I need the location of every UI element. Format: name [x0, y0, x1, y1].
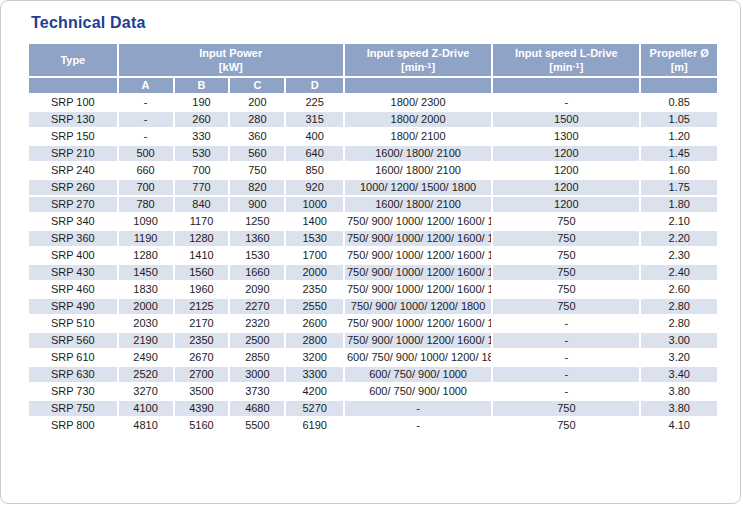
- cell-power-b: 530: [175, 146, 229, 161]
- table-row: SRP 630 2520 2700 3000 3300 600/ 750/ 90…: [29, 367, 717, 382]
- cell-power-b: 770: [175, 180, 229, 195]
- cell-l-drive-speed: 750: [493, 282, 639, 297]
- cell-power-c: 1530: [230, 248, 284, 263]
- cell-type: SRP 100: [29, 95, 117, 110]
- cell-propeller-diameter: 3.80: [641, 401, 717, 416]
- cell-z-drive-speed: 750/ 900/ 1000/ 1200/ 1600/ 1800: [345, 214, 491, 229]
- cell-power-b: 5160: [175, 418, 229, 433]
- cell-power-d: 1400: [286, 214, 343, 229]
- col-header-propeller: Propeller Ø [m]: [641, 44, 717, 76]
- cell-z-drive-speed: 750/ 900/ 1000/ 1200/ 1600/ 1800: [345, 282, 491, 297]
- cell-power-b: 260: [175, 112, 229, 127]
- cell-z-drive-speed: 750/ 900/ 1000/ 1200/ 1600/ 1800: [345, 316, 491, 331]
- cell-l-drive-speed: 750: [493, 418, 639, 433]
- cell-z-drive-speed: -: [345, 418, 491, 433]
- table-row: SRP 560 2190 2350 2500 2800 750/ 900/ 10…: [29, 333, 717, 348]
- cell-power-d: 3300: [286, 367, 343, 382]
- col-header-z-drive: Input speed Z-Drive [min-1]: [345, 44, 491, 76]
- cell-propeller-diameter: 1.05: [641, 112, 717, 127]
- cell-z-drive-speed: 1600/ 1800/ 2100: [345, 163, 491, 178]
- table-header: Type Input Power [kW] Input speed Z-Driv…: [29, 44, 717, 93]
- cell-power-a: 1190: [119, 231, 173, 246]
- cell-l-drive-speed: 750: [493, 214, 639, 229]
- cell-z-drive-speed: 750/ 900/ 1000/ 1200/ 1600/ 1800: [345, 333, 491, 348]
- subheader-col-d: D: [286, 78, 343, 93]
- cell-power-c: 750: [230, 163, 284, 178]
- cell-power-d: 4200: [286, 384, 343, 399]
- table-row: SRP 270 780 840 900 1000 1600/ 1800/ 210…: [29, 197, 717, 212]
- cell-type: SRP 210: [29, 146, 117, 161]
- cell-power-a: 500: [119, 146, 173, 161]
- cell-power-a: 4100: [119, 401, 173, 416]
- subheader-col-b: B: [175, 78, 229, 93]
- cell-z-drive-speed: 1000/ 1200/ 1500/ 1800: [345, 180, 491, 195]
- cell-power-a: 1280: [119, 248, 173, 263]
- header-row-sub: A B C D: [29, 78, 717, 93]
- cell-l-drive-speed: 1200: [493, 163, 639, 178]
- cell-z-drive-speed: 1800/ 2100: [345, 129, 491, 144]
- cell-l-drive-speed: -: [493, 384, 639, 399]
- cell-propeller-diameter: 1.60: [641, 163, 717, 178]
- cell-power-a: 1450: [119, 265, 173, 280]
- cell-propeller-diameter: 1.45: [641, 146, 717, 161]
- table-row: SRP 490 2000 2125 2270 2550 750/ 900/ 10…: [29, 299, 717, 314]
- cell-power-a: 2190: [119, 333, 173, 348]
- cell-power-c: 1660: [230, 265, 284, 280]
- table-row: SRP 750 4100 4390 4680 5270 - 750 3.80: [29, 401, 717, 416]
- cell-power-a: 700: [119, 180, 173, 195]
- type-label: Type: [60, 54, 85, 66]
- cell-power-b: 700: [175, 163, 229, 178]
- cell-type: SRP 360: [29, 231, 117, 246]
- cell-type: SRP 490: [29, 299, 117, 314]
- table-row: SRP 510 2030 2170 2320 2600 750/ 900/ 10…: [29, 316, 717, 331]
- cell-power-b: 330: [175, 129, 229, 144]
- page-title: Technical Data: [31, 14, 740, 32]
- cell-propeller-diameter: 3.40: [641, 367, 717, 382]
- cell-l-drive-speed: 750: [493, 265, 639, 280]
- table-row: SRP 100 - 190 200 225 1800/ 2300 - 0.85: [29, 95, 717, 110]
- header-row-main: Type Input Power [kW] Input speed Z-Driv…: [29, 44, 717, 76]
- cell-z-drive-speed: 750/ 900/ 1000/ 1200/ 1600/ 1800: [345, 265, 491, 280]
- page-frame: Technical Data Type Input Power [kW]: [0, 0, 741, 504]
- cell-power-c: 200: [230, 95, 284, 110]
- cell-z-drive-speed: 600/ 750/ 900/ 1000: [345, 384, 491, 399]
- cell-power-d: 2550: [286, 299, 343, 314]
- cell-power-b: 1170: [175, 214, 229, 229]
- subheader-col-a: A: [119, 78, 173, 93]
- cell-power-c: 900: [230, 197, 284, 212]
- col-header-type: Type: [29, 44, 117, 76]
- cell-type: SRP 750: [29, 401, 117, 416]
- cell-l-drive-speed: -: [493, 367, 639, 382]
- cell-power-b: 1410: [175, 248, 229, 263]
- cell-type: SRP 150: [29, 129, 117, 144]
- cell-power-d: 1530: [286, 231, 343, 246]
- cell-power-a: 660: [119, 163, 173, 178]
- cell-power-a: -: [119, 112, 173, 127]
- cell-type: SRP 630: [29, 367, 117, 382]
- cell-type: SRP 800: [29, 418, 117, 433]
- cell-power-d: 225: [286, 95, 343, 110]
- cell-z-drive-speed: 1800/ 2000: [345, 112, 491, 127]
- cell-propeller-diameter: 4.10: [641, 418, 717, 433]
- cell-propeller-diameter: 1.20: [641, 129, 717, 144]
- cell-z-drive-speed: 1600/ 1800/ 2100: [345, 197, 491, 212]
- cell-power-a: -: [119, 129, 173, 144]
- cell-type: SRP 430: [29, 265, 117, 280]
- cell-l-drive-speed: 1200: [493, 146, 639, 161]
- table-row: SRP 730 3270 3500 3730 4200 600/ 750/ 90…: [29, 384, 717, 399]
- cell-l-drive-speed: -: [493, 333, 639, 348]
- cell-power-a: 1090: [119, 214, 173, 229]
- cell-power-d: 2350: [286, 282, 343, 297]
- cell-l-drive-speed: 1300: [493, 129, 639, 144]
- cell-power-c: 1360: [230, 231, 284, 246]
- cell-power-d: 3200: [286, 350, 343, 365]
- cell-propeller-diameter: 3.80: [641, 384, 717, 399]
- cell-power-b: 2350: [175, 333, 229, 348]
- cell-power-c: 2270: [230, 299, 284, 314]
- z-drive-unit: [min-1]: [401, 61, 435, 73]
- cell-power-c: 2090: [230, 282, 284, 297]
- cell-power-b: 2670: [175, 350, 229, 365]
- cell-power-a: -: [119, 95, 173, 110]
- cell-power-a: 3270: [119, 384, 173, 399]
- cell-power-d: 2600: [286, 316, 343, 331]
